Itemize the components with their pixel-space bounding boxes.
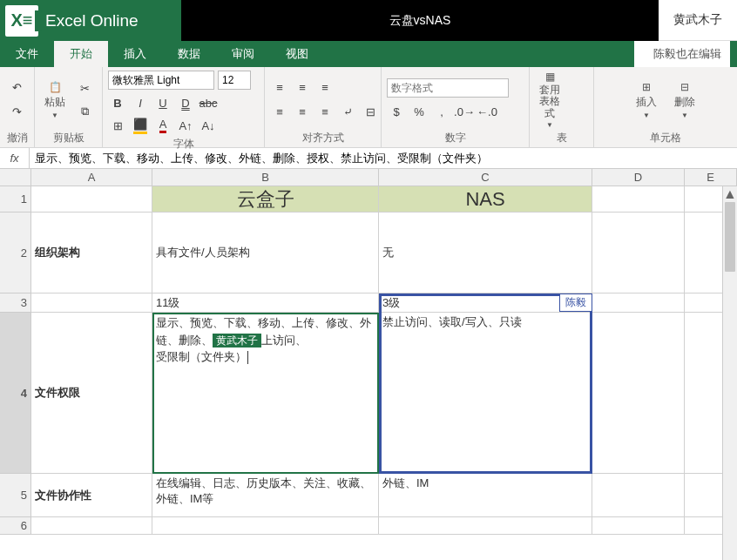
double-underline-button[interactable]: D xyxy=(176,93,195,112)
inline-user-tag: 黄武木子 xyxy=(213,334,261,347)
vertical-scrollbar[interactable]: ▲ xyxy=(722,186,737,560)
col-head-e[interactable]: E xyxy=(685,169,737,186)
format-as-table-button[interactable]: ▦ 套用表格式 ▼ xyxy=(535,83,565,118)
cell-c4[interactable]: 禁止访问、读取/写入、只读 xyxy=(379,313,592,474)
caret-down-icon: ▼ xyxy=(681,111,688,119)
tab-view[interactable]: 视图 xyxy=(270,41,324,67)
col-head-c[interactable]: C xyxy=(379,169,592,186)
row-head-6[interactable]: 6 xyxy=(0,517,31,535)
cell-d6[interactable] xyxy=(592,517,685,535)
font-color-button[interactable]: A xyxy=(153,116,172,135)
formula-input[interactable]: 显示、预览、下载、移动、上传、修改、外链、删除、授权、禁止访问、受限制（文件夹） xyxy=(30,151,737,166)
cell-b4[interactable]: 显示、预览、下载、移动、上传、修改、外链、删除、黄武木子上访问、 受限制（文件夹… xyxy=(152,313,379,474)
align-top-icon[interactable]: ≡ xyxy=(270,78,289,98)
cell-a6[interactable] xyxy=(31,517,152,535)
decrease-font-icon[interactable]: A↓ xyxy=(199,116,218,135)
document-title[interactable]: 云盘vsNAS xyxy=(181,0,659,41)
cell-d4[interactable] xyxy=(592,313,685,474)
tab-home[interactable]: 开始 xyxy=(54,41,108,67)
cell-a5[interactable]: 文件协作性 xyxy=(31,474,152,517)
italic-button[interactable]: I xyxy=(131,93,150,112)
copy-icon[interactable]: ⧉ xyxy=(75,102,94,121)
cell-b2[interactable]: 具有文件/人员架构 xyxy=(152,213,379,293)
cell-c2[interactable]: 无 xyxy=(379,213,592,293)
cell-c5[interactable]: 外链、IM xyxy=(379,474,592,517)
group-label-undo: 撤消 xyxy=(5,129,29,145)
tab-insert[interactable]: 插入 xyxy=(108,41,162,67)
cell-b3[interactable]: 11级 xyxy=(152,293,379,313)
align-middle-icon[interactable]: ≡ xyxy=(293,78,312,98)
wrap-text-icon[interactable]: ⤶ xyxy=(338,103,357,122)
align-right-icon[interactable]: ≡ xyxy=(315,103,335,122)
increase-decimal-icon[interactable]: .0→ xyxy=(455,103,474,122)
undo-icon[interactable]: ↶ xyxy=(8,78,27,98)
col-head-d[interactable]: D xyxy=(592,169,685,186)
delete-cells-button[interactable]: ⊟ 删除 ▼ xyxy=(670,83,700,118)
border-button[interactable]: ⊞ xyxy=(108,116,127,135)
caret-down-icon: ▼ xyxy=(546,121,553,129)
group-number: $ % , .0→ ←.0 数字 xyxy=(382,67,530,147)
col-head-b[interactable]: B xyxy=(152,169,379,186)
comma-icon[interactable]: , xyxy=(432,103,451,122)
cell-d5[interactable] xyxy=(592,474,685,517)
cell-d2[interactable] xyxy=(592,213,685,293)
tab-file[interactable]: 文件 xyxy=(0,41,54,67)
fx-icon[interactable]: fx xyxy=(0,148,30,168)
group-label-table: 表 xyxy=(535,129,588,145)
decrease-decimal-icon[interactable]: ←.0 xyxy=(477,103,497,122)
scroll-thumb[interactable] xyxy=(725,202,735,272)
paste-icon: 📋 xyxy=(47,81,63,93)
font-size-select[interactable] xyxy=(218,71,251,90)
cell-d3[interactable] xyxy=(592,293,685,313)
title-bar: X≡ Excel Online 云盘vsNAS 黄武木子 xyxy=(0,0,737,41)
cell-b1[interactable]: 云盒子 xyxy=(152,186,379,213)
delete-cells-icon: ⊟ xyxy=(677,81,693,93)
underline-button[interactable]: U xyxy=(153,93,172,112)
tab-review[interactable]: 审阅 xyxy=(216,41,270,67)
paste-button[interactable]: 📋 粘贴 ▼ xyxy=(40,83,70,118)
align-bottom-icon[interactable]: ≡ xyxy=(315,78,335,98)
bold-button[interactable]: B xyxy=(108,93,127,112)
cut-icon[interactable]: ✂ xyxy=(75,79,94,98)
app-name: Excel Online xyxy=(45,11,139,30)
sheet-area: A B C D E 1 云盒子 NAS 2 组织架构 具有文件/人员架构 无 3… xyxy=(0,169,737,560)
cell-a1[interactable] xyxy=(31,186,152,213)
row-head-2[interactable]: 2 xyxy=(0,213,31,293)
table-icon: ▦ xyxy=(542,71,558,83)
caret-down-icon: ▼ xyxy=(643,111,650,119)
cell-b4-text-post1: 上访问、 xyxy=(261,334,307,347)
cell-b6[interactable] xyxy=(152,517,379,535)
grid[interactable]: A B C D E 1 云盒子 NAS 2 组织架构 具有文件/人员架构 无 3… xyxy=(0,169,737,535)
align-left-icon[interactable]: ≡ xyxy=(270,103,289,122)
cell-b5[interactable]: 在线编辑、日志、历史版本、关注、收藏、外链、IM等 xyxy=(152,474,379,517)
merge-cells-icon[interactable]: ⊟ xyxy=(361,103,380,122)
cell-c6[interactable] xyxy=(379,517,592,535)
cell-a4[interactable]: 文件权限 xyxy=(31,313,152,474)
font-family-select[interactable] xyxy=(108,71,214,90)
group-clipboard: 📋 粘贴 ▼ ✂ ⧉ 剪贴板 xyxy=(35,67,103,147)
current-user-label[interactable]: 黄武木子 xyxy=(659,0,737,41)
align-center-icon[interactable]: ≡ xyxy=(293,103,312,122)
col-head-a[interactable]: A xyxy=(31,169,152,186)
currency-icon[interactable]: $ xyxy=(387,103,406,122)
percent-icon[interactable]: % xyxy=(409,103,429,122)
scroll-up-icon[interactable]: ▲ xyxy=(723,186,737,201)
cell-c1[interactable]: NAS xyxy=(379,186,592,213)
select-all-corner[interactable] xyxy=(0,169,31,186)
increase-font-icon[interactable]: A↑ xyxy=(176,116,195,135)
cell-d1[interactable] xyxy=(592,186,685,213)
group-table: ▦ 套用表格式 ▼ 表 xyxy=(530,67,594,147)
row-head-1[interactable]: 1 xyxy=(0,186,31,213)
ribbon: ↶ ↷ 撤消 📋 粘贴 ▼ ✂ ⧉ 剪贴板 B xyxy=(0,67,737,148)
strikethrough-button[interactable]: abc xyxy=(199,93,218,112)
fill-color-button[interactable]: ⬛ xyxy=(131,116,150,135)
cell-a2[interactable]: 组织架构 xyxy=(31,213,152,293)
number-format-select[interactable] xyxy=(387,78,509,98)
redo-icon[interactable]: ↷ xyxy=(8,103,27,122)
row-head-5[interactable]: 5 xyxy=(0,474,31,517)
tab-data[interactable]: 数据 xyxy=(162,41,216,67)
insert-cells-button[interactable]: ⊞ 插入 ▼ xyxy=(632,83,661,118)
row-head-3[interactable]: 3 xyxy=(0,293,31,313)
row-head-4[interactable]: 4 xyxy=(0,313,31,474)
cell-a3[interactable] xyxy=(31,293,152,313)
